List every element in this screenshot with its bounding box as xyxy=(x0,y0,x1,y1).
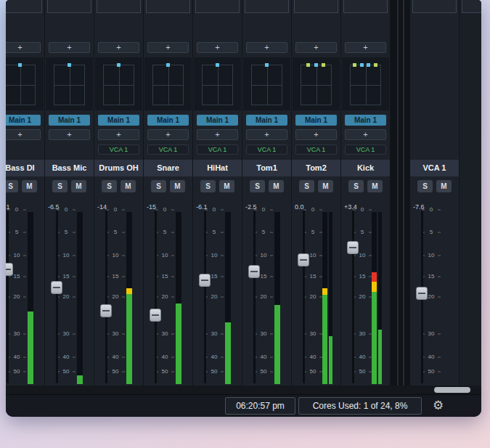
fader-handle[interactable] xyxy=(248,265,260,278)
solo-button[interactable]: S xyxy=(417,180,433,192)
fader-handle[interactable] xyxy=(150,309,161,322)
insert-slot[interactable] xyxy=(412,0,457,13)
fader-handle[interactable] xyxy=(199,274,211,287)
insert-slot[interactable] xyxy=(6,0,42,13)
solo-button[interactable]: S xyxy=(151,180,166,192)
vca-assignment-button[interactable]: VCA 1 xyxy=(98,144,139,155)
pan-position-dot[interactable] xyxy=(117,63,121,67)
main-output-button[interactable]: Main 1 xyxy=(345,115,386,126)
mute-button[interactable]: M xyxy=(436,180,452,192)
solo-button[interactable]: S xyxy=(6,180,18,192)
insert-slot[interactable] xyxy=(462,0,481,13)
insert-slot[interactable] xyxy=(245,0,289,13)
add-processor-button[interactable]: + xyxy=(147,42,189,53)
vca-assignment-button[interactable]: VCA 1 xyxy=(147,144,189,155)
add-processor-button[interactable]: + xyxy=(98,42,139,53)
pan-position-dot[interactable] xyxy=(353,63,356,67)
solo-button[interactable]: S xyxy=(102,180,117,192)
pan-grid[interactable] xyxy=(103,65,134,105)
pan-position-dot[interactable] xyxy=(18,63,22,67)
pan-grid[interactable] xyxy=(350,65,381,105)
main-output-button[interactable]: Main 1 xyxy=(147,115,189,126)
add-output-button[interactable]: + xyxy=(147,129,189,140)
channel-name[interactable]: Bass Mic xyxy=(45,160,94,176)
pan-grid[interactable] xyxy=(152,65,184,105)
pan-position-dot[interactable] xyxy=(360,63,364,67)
pan-position-dot[interactable] xyxy=(322,63,325,67)
channel-name[interactable]: VCA 1 xyxy=(410,160,459,176)
main-output-button[interactable]: Main 1 xyxy=(49,115,90,126)
channel-name[interactable]: Drums OH xyxy=(94,160,143,176)
channel-name[interactable]: Tom1 xyxy=(242,160,291,176)
solo-button[interactable]: S xyxy=(250,180,265,192)
mute-button[interactable]: M xyxy=(121,180,136,192)
main-output-button[interactable]: Main 1 xyxy=(246,115,287,126)
add-output-button[interactable]: + xyxy=(49,129,90,140)
pan-grid[interactable] xyxy=(202,65,233,105)
mute-button[interactable]: M xyxy=(170,180,185,192)
channel-name[interactable]: HiHat xyxy=(193,160,242,176)
pan-position-dot[interactable] xyxy=(68,63,71,67)
insert-slot[interactable] xyxy=(195,0,240,13)
fader-handle[interactable] xyxy=(298,253,309,266)
channel-name[interactable]: Kick xyxy=(341,160,390,176)
add-output-button[interactable]: + xyxy=(6,129,41,140)
add-output-button[interactable]: + xyxy=(295,129,337,140)
pan-position-dot[interactable] xyxy=(306,63,310,67)
fader-track[interactable] xyxy=(105,211,107,383)
pan-grid[interactable] xyxy=(251,65,282,105)
solo-button[interactable]: S xyxy=(348,180,364,192)
add-processor-button[interactable]: + xyxy=(345,42,386,53)
vca-assignment-button[interactable]: VCA 1 xyxy=(246,144,287,155)
gain-readout[interactable]: 0.0 xyxy=(295,203,304,211)
fader-track[interactable] xyxy=(7,211,9,383)
insert-slot[interactable] xyxy=(343,0,388,13)
add-output-button[interactable]: + xyxy=(197,129,238,140)
channel-name[interactable]: Snare xyxy=(144,160,192,176)
fader-handle[interactable] xyxy=(6,263,13,276)
main-output-button[interactable]: Main 1 xyxy=(295,115,337,126)
pan-position-dot[interactable] xyxy=(374,63,377,67)
add-processor-button[interactable]: + xyxy=(246,42,287,53)
add-processor-button[interactable]: + xyxy=(197,42,238,53)
insert-slot[interactable] xyxy=(47,0,91,13)
horizontal-scrollbar-thumb[interactable] xyxy=(434,387,470,393)
fader-handle[interactable] xyxy=(416,287,428,300)
pan-position-dot[interactable] xyxy=(265,63,269,67)
fader-handle[interactable] xyxy=(347,241,359,254)
mute-button[interactable]: M xyxy=(71,180,86,192)
add-output-button[interactable]: + xyxy=(345,129,386,140)
solo-button[interactable]: S xyxy=(299,180,314,192)
mute-button[interactable]: M xyxy=(367,180,383,192)
solo-button[interactable]: S xyxy=(200,180,216,192)
fader-track[interactable] xyxy=(253,211,256,383)
pan-grid[interactable] xyxy=(6,65,36,105)
add-output-button[interactable]: + xyxy=(246,129,287,140)
insert-slot[interactable] xyxy=(146,0,190,13)
fader-track[interactable] xyxy=(155,211,157,383)
pan-position-dot[interactable] xyxy=(367,63,370,67)
vca-assignment-button[interactable]: VCA 1 xyxy=(197,144,238,155)
fader-handle[interactable] xyxy=(51,281,62,294)
channel-name[interactable]: Tom2 xyxy=(292,160,340,176)
mute-button[interactable]: M xyxy=(22,180,37,192)
fader-handle[interactable] xyxy=(100,304,112,317)
fader-track[interactable] xyxy=(56,211,58,383)
gear-icon[interactable]: ⚙ xyxy=(433,397,444,415)
add-processor-button[interactable]: + xyxy=(295,42,337,53)
insert-slot[interactable] xyxy=(294,0,338,13)
add-output-button[interactable]: + xyxy=(98,129,139,140)
main-output-button[interactable]: Main 1 xyxy=(98,115,139,126)
mute-button[interactable]: M xyxy=(318,180,333,192)
solo-button[interactable]: S xyxy=(52,180,68,192)
pan-position-dot[interactable] xyxy=(314,63,318,67)
vca-assignment-button[interactable]: VCA 1 xyxy=(295,144,337,155)
add-processor-button[interactable]: + xyxy=(49,42,90,53)
mute-button[interactable]: M xyxy=(219,180,234,192)
main-output-button[interactable]: Main 1 xyxy=(6,115,41,126)
mute-button[interactable]: M xyxy=(269,180,284,192)
pan-position-dot[interactable] xyxy=(216,63,219,67)
main-output-button[interactable]: Main 1 xyxy=(197,115,238,126)
fader-track[interactable] xyxy=(352,211,354,383)
vca-assignment-button[interactable]: VCA 1 xyxy=(345,144,386,155)
